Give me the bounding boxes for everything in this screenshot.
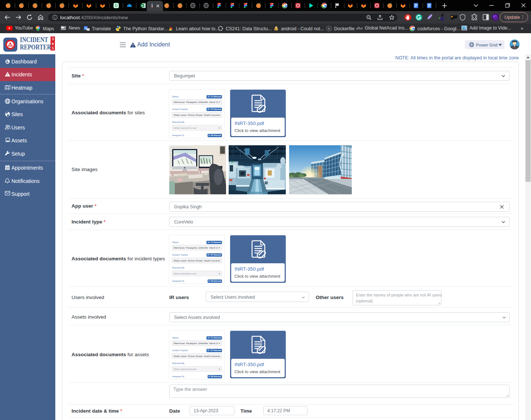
svg-text:X: X (141, 4, 143, 7)
svg-text:G: G (84, 27, 87, 30)
svg-text:D: D (115, 3, 118, 8)
svg-text:文: 文 (87, 28, 89, 31)
